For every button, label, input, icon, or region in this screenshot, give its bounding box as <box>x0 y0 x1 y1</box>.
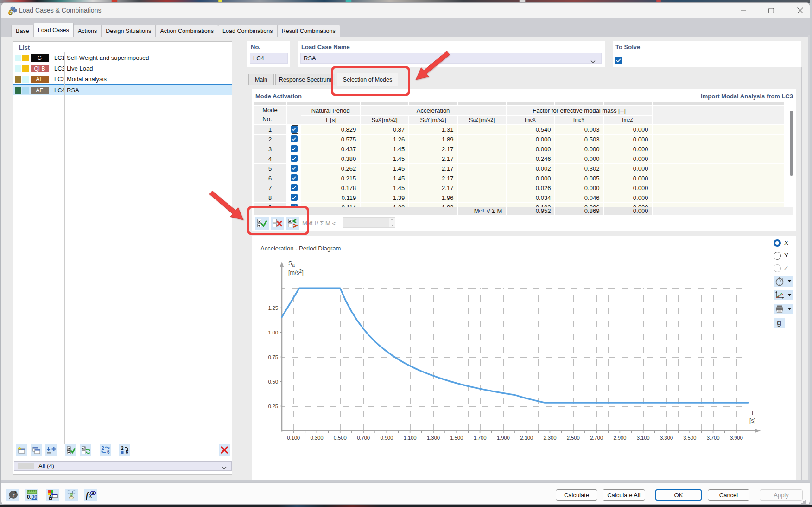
subtab-main[interactable]: Main <box>248 74 274 85</box>
maximize-button[interactable] <box>761 3 782 18</box>
table-row: 50.2621.452.170.0020.3020.000 <box>254 164 796 173</box>
fx-visibility-button[interactable]: fx <box>84 489 97 501</box>
rect <box>121 451 123 454</box>
saz-value <box>458 203 506 207</box>
table-scrollbar[interactable] <box>790 111 793 176</box>
axis-diagram-button[interactable] <box>774 290 793 300</box>
invert-check-button[interactable] <box>80 444 91 456</box>
svg: fx <box>86 490 96 500</box>
mode-number: 1 <box>254 125 286 134</box>
mode-number: 2 <box>254 135 286 144</box>
subtab-response-spectrum[interactable]: Response Spectrum <box>275 74 335 85</box>
title-bar[interactable]: 6 Load Cases & Combinations <box>1 3 810 18</box>
mode-number: 3 <box>254 144 286 154</box>
meff-threshold-input[interactable] <box>343 217 395 228</box>
table-cell <box>287 135 301 144</box>
list-item-lc2[interactable]: QI BLC2Live Load <box>13 63 232 74</box>
direction-radio-y[interactable] <box>774 252 781 260</box>
chevron-down-icon <box>590 57 596 66</box>
mode-active-checkbox[interactable] <box>291 135 298 142</box>
printer-button[interactable] <box>774 304 793 314</box>
mode-active-checkbox[interactable] <box>291 194 298 201</box>
tab-actions[interactable]: Actions <box>74 25 102 37</box>
apply-button[interactable]: Apply <box>760 489 803 501</box>
fmez-value: 0.000 <box>604 135 652 144</box>
list-filter-dropdown[interactable]: All (4) <box>14 461 232 471</box>
mode-active-checkbox[interactable] <box>291 184 298 191</box>
svg <box>292 196 296 199</box>
units-ruler-button[interactable]: 0.00 <box>25 489 38 501</box>
display-settings-button[interactable]: A <box>46 489 59 501</box>
add-import-button[interactable] <box>45 444 57 456</box>
mode-active-checkbox[interactable] <box>291 174 298 181</box>
tab-base[interactable]: Base <box>11 25 34 37</box>
tab-design-situations[interactable]: Design Situations <box>102 25 156 37</box>
calculate-button[interactable]: Calculate <box>556 489 597 501</box>
listdiv <box>52 52 52 444</box>
load-case-number: LC2 <box>54 63 65 74</box>
to-solve-checkbox[interactable] <box>615 57 622 64</box>
rect <box>805 501 806 503</box>
svg <box>292 147 296 151</box>
direction-radio-label-x: X <box>784 239 788 247</box>
minimize-button[interactable] <box>733 3 754 18</box>
svg <box>292 186 296 190</box>
stopwatch-button[interactable] <box>774 276 793 287</box>
delete-load-case-button[interactable] <box>219 444 230 456</box>
fmey-value: 0.302 <box>555 164 603 173</box>
import-modal-analysis-link[interactable]: Import Modal Analysis from LC3 <box>701 93 793 100</box>
list-item-lc4[interactable]: AELC4RSA <box>13 84 232 95</box>
tab-load-combinations[interactable]: Load Combinations <box>218 25 278 37</box>
sax-value: 1.45 <box>361 183 409 193</box>
ellipse <box>72 490 76 493</box>
gravity-g-button[interactable]: g <box>774 318 785 328</box>
load-case-number-input[interactable]: LC4 <box>250 53 288 64</box>
bottom-button-bar: ??0.00Afx CalculateCalculate AllOKCancel… <box>1 482 810 505</box>
fmez-value: 0.000 <box>604 183 652 193</box>
direction-radio-label-y: Y <box>784 251 788 260</box>
renumber-button[interactable]: 26 <box>100 444 111 456</box>
fmex-value: 0.026 <box>507 183 555 193</box>
check-all-button[interactable] <box>65 444 76 456</box>
natural-period-value: 0.215 <box>301 173 360 183</box>
load-case-name-combo[interactable]: RSA <box>300 53 602 64</box>
rect <box>35 449 40 451</box>
direction-radio-z[interactable] <box>774 264 781 272</box>
mode-active-checkbox[interactable] <box>291 165 298 172</box>
tab-action-combinations[interactable]: Action Combinations <box>156 25 218 37</box>
text: 2 <box>121 446 124 451</box>
tab-result-combinations[interactable]: Result Combinations <box>278 25 340 37</box>
direction-radio-x[interactable] <box>774 239 781 247</box>
say-value: 2.17 <box>409 144 457 154</box>
cancel-button[interactable]: Cancel <box>708 489 749 501</box>
mode-activation-table: ModeNo.Natural PeriodT [s]AccelerationSa… <box>254 102 796 215</box>
mode-active-checkbox[interactable] <box>291 155 298 162</box>
help-bubble-button[interactable]: ?? <box>6 489 19 501</box>
div: GLC1Self-Weight and superimposedQI BLC2L… <box>13 42 232 474</box>
new-load-case-button[interactable] <box>16 444 27 456</box>
div: BaseLoad CasesActionsDesign SituationsAc… <box>11 23 340 37</box>
sub: aY <box>424 117 430 122</box>
tree-diagram-button[interactable] <box>65 489 78 501</box>
div <box>288 125 300 134</box>
calculate-all-button[interactable]: Calculate All <box>603 489 645 501</box>
rect <box>777 309 782 313</box>
fmex-value: 0.540 <box>507 125 555 134</box>
ok-button[interactable]: OK <box>655 489 702 501</box>
compact-numbering-button[interactable]: 26 <box>119 444 130 456</box>
close-button[interactable] <box>789 3 810 18</box>
fmey-value: 0.005 <box>555 173 603 183</box>
tab-load-cases[interactable]: Load Cases <box>34 23 74 37</box>
resize-grip[interactable] <box>799 500 807 505</box>
table-row: 90.1141.381.930.1020.0060.000 <box>254 203 796 207</box>
svg: ?? <box>7 490 19 500</box>
right-divider-line <box>801 67 802 482</box>
column-header-natural-period: Natural Period <box>301 106 360 115</box>
list-item-lc1[interactable]: GLC1Self-Weight and superimposed <box>13 52 232 63</box>
list-item-lc3[interactable]: AELC3Modal analysis <box>13 74 232 84</box>
saz-value <box>458 173 506 183</box>
copy-load-case-button[interactable] <box>31 444 42 456</box>
sup: 2 <box>490 117 493 122</box>
main-tab-strip: BaseLoad CasesActionsDesign SituationsAc… <box>1 18 810 37</box>
mode-active-checkbox[interactable] <box>291 145 298 152</box>
